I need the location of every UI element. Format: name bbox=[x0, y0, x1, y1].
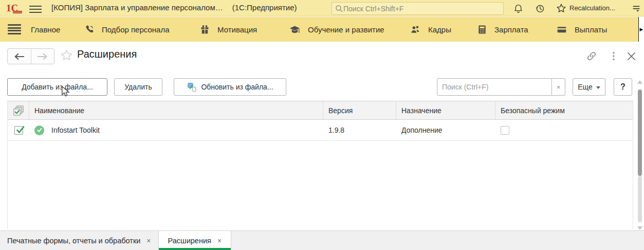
row-select-checkbox[interactable] bbox=[14, 126, 23, 135]
search-clear-button[interactable]: × bbox=[552, 78, 565, 96]
menu-label: Главное bbox=[31, 25, 60, 34]
close-icon[interactable] bbox=[624, 49, 638, 63]
extension-purpose: Дополнение bbox=[401, 126, 443, 134]
help-button[interactable]: ? bbox=[614, 78, 632, 96]
menu-label: Выплаты bbox=[575, 25, 607, 34]
window-title: [КОПИЯ] Зарплата и управление персоналом… bbox=[51, 3, 297, 12]
column-header-purpose[interactable]: Назначение bbox=[396, 101, 495, 119]
button-label: Еще bbox=[578, 83, 593, 91]
tab-close-icon[interactable]: × bbox=[217, 237, 222, 245]
scrollbar-thumb[interactable] bbox=[638, 90, 642, 176]
select-all-icon bbox=[12, 104, 25, 117]
user-session-label[interactable]: Recalculation... bbox=[569, 4, 615, 12]
card-icon bbox=[556, 24, 567, 35]
menu-item-hr[interactable]: Кадры bbox=[410, 17, 451, 42]
tab-extensions[interactable]: Расширения × bbox=[159, 231, 232, 250]
tab-label: Печатные формы, отчеты и обработки bbox=[7, 237, 140, 245]
button-label: Удалить bbox=[124, 83, 152, 91]
back-button[interactable] bbox=[8, 49, 31, 64]
extension-version: 1.9.8 bbox=[328, 126, 344, 134]
column-header-version[interactable]: Версия bbox=[323, 101, 396, 119]
chevron-down-icon bbox=[596, 86, 600, 89]
section-menubar: Главное Подбор персонала Мотивация Обуче… bbox=[0, 17, 644, 42]
button-label: Добавить из файла... bbox=[22, 83, 93, 91]
more-menu-button[interactable]: Еще bbox=[573, 78, 605, 96]
button-label: Обновить из файла... bbox=[201, 83, 273, 91]
titlebar: 1С [КОПИЯ] Зарплата и управление персона… bbox=[0, 0, 644, 16]
menu-item-salary[interactable]: Зарплата bbox=[477, 17, 528, 42]
tab-label: Расширения bbox=[168, 237, 211, 245]
page-header: Расширения bbox=[0, 42, 644, 71]
app-title: [КОПИЯ] Зарплата и управление персоналом… bbox=[51, 3, 223, 12]
app-suffix: (1С:Предприятие) bbox=[232, 3, 297, 12]
button-label: ? bbox=[620, 82, 625, 92]
menu-label: Мотивация bbox=[217, 25, 257, 34]
table-row[interactable]: Infostart Toolkit 1.9.8 Дополнение bbox=[8, 120, 633, 141]
history-nav-group bbox=[7, 48, 54, 64]
tab-close-icon[interactable]: × bbox=[146, 237, 151, 245]
extensions-table: Наименование Версия Назначение Безопасны… bbox=[7, 101, 633, 229]
column-header-name[interactable]: Наименование bbox=[29, 101, 323, 119]
favorites-star-icon[interactable] bbox=[555, 3, 567, 14]
select-all-header[interactable] bbox=[8, 101, 29, 119]
service-menu-icon[interactable] bbox=[630, 3, 642, 14]
extension-name: Infostart Toolkit bbox=[51, 126, 100, 134]
scrollbar-track[interactable] bbox=[638, 176, 642, 222]
global-search[interactable] bbox=[332, 2, 504, 15]
forward-button[interactable] bbox=[31, 49, 54, 64]
menu-label: Кадры bbox=[428, 25, 451, 34]
1c-enterprise-window: 1С [КОПИЯ] Зарплата и управление персона… bbox=[0, 0, 644, 250]
vertical-scrollbar bbox=[637, 78, 643, 230]
overflow-arrow-icon: ▶ bbox=[640, 27, 643, 32]
search-icon bbox=[335, 5, 343, 13]
history-icon[interactable] bbox=[533, 3, 546, 14]
update-file-icon bbox=[187, 82, 197, 93]
menu-label: Подбор персонала bbox=[102, 25, 170, 34]
safe-mode-checkbox[interactable] bbox=[501, 126, 509, 135]
tab-print-forms[interactable]: Печатные формы, отчеты и обработки × bbox=[0, 231, 159, 250]
update-from-file-button[interactable]: Обновить из файла... bbox=[174, 78, 286, 96]
main-menu-icon[interactable] bbox=[29, 4, 42, 13]
more-actions-kebab-icon[interactable] bbox=[606, 49, 621, 63]
sections-menu-icon[interactable] bbox=[8, 24, 21, 34]
menu-item-payments[interactable]: Выплаты bbox=[556, 17, 607, 42]
notifications-bell-icon[interactable] bbox=[512, 3, 524, 14]
1c-logo: 1С bbox=[6, 3, 24, 14]
open-windows-tabbar: Печатные формы, отчеты и обработки × Рас… bbox=[0, 230, 644, 250]
menu-label: Обучение и развитие bbox=[308, 25, 384, 34]
menu-item-main[interactable]: Главное bbox=[31, 17, 60, 42]
delete-button[interactable]: Удалить bbox=[114, 78, 162, 96]
global-search-input[interactable] bbox=[343, 5, 500, 13]
menu-overflow-button[interactable]: ▶ bbox=[638, 17, 644, 42]
phone-icon bbox=[84, 24, 95, 35]
page-title: Расширения bbox=[77, 48, 137, 60]
get-link-icon[interactable] bbox=[584, 49, 599, 63]
menu-item-motivation[interactable]: Мотивация bbox=[199, 17, 257, 42]
gift-icon bbox=[199, 24, 210, 35]
add-from-file-button[interactable]: Добавить из файла... bbox=[7, 78, 107, 96]
list-search-input[interactable] bbox=[437, 78, 552, 96]
extension-active-icon bbox=[34, 126, 44, 135]
scroll-down-arrow[interactable] bbox=[637, 226, 642, 230]
menu-item-training[interactable]: Обучение и развитие bbox=[289, 17, 384, 42]
scroll-up-arrow[interactable] bbox=[637, 80, 642, 84]
column-header-safe-mode[interactable]: Безопасный режим bbox=[495, 101, 633, 119]
table-header-row: Наименование Версия Назначение Безопасны… bbox=[8, 101, 633, 120]
calculator-icon bbox=[477, 24, 487, 35]
favorite-star-icon[interactable] bbox=[60, 49, 73, 64]
graduation-cap-icon bbox=[289, 24, 301, 35]
list-search: × bbox=[437, 78, 565, 96]
people-icon bbox=[410, 24, 421, 35]
clear-x-icon: × bbox=[557, 83, 561, 91]
menu-item-recruiting[interactable]: Подбор персонала bbox=[84, 17, 170, 42]
menu-label: Зарплата bbox=[494, 25, 528, 34]
